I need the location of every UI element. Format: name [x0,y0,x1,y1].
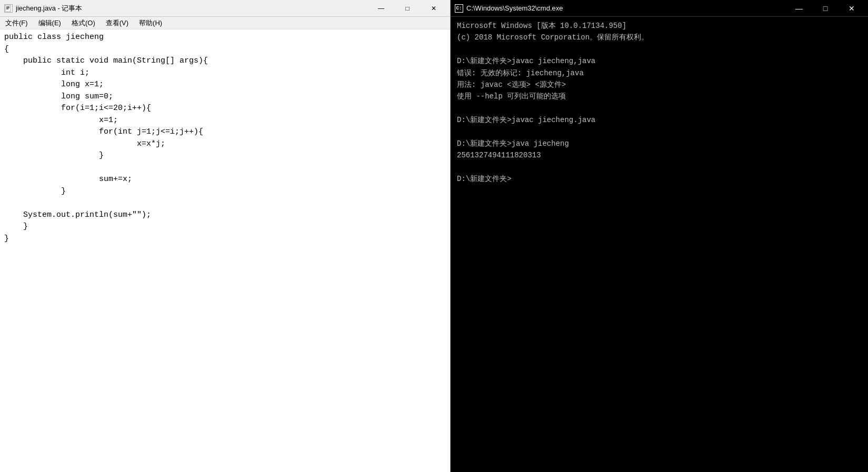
cmd-minimize-button[interactable]: — [787,3,811,14]
cmd-title-text: C:\Windows\System32\cmd.exe [466,4,563,12]
notepad-minimize-button[interactable]: — [369,3,393,14]
notepad-title-text: jiecheng.java - 记事本 [16,4,82,13]
menu-file[interactable]: 文件(F) [0,17,33,29]
menu-help[interactable]: 帮助(H) [134,17,167,29]
cmd-window-controls: — □ ✕ [787,3,864,14]
notepad-window: jiecheng.java - 记事本 — □ ✕ 文件(F) 编辑(E) 格式… [0,0,451,472]
notepad-content-area[interactable]: public class jiecheng { public static vo… [0,29,450,472]
menu-view[interactable]: 查看(V) [101,17,134,29]
svg-rect-0 [5,5,11,12]
notepad-icon [4,4,13,13]
notepad-menubar: 文件(F) 编辑(E) 格式(O) 查看(V) 帮助(H) [0,17,450,29]
notepad-window-controls: — □ ✕ [369,3,446,14]
notepad-close-button[interactable]: ✕ [422,3,446,14]
cmd-titlebar: C: C:\Windows\System32\cmd.exe — □ ✕ [451,0,868,17]
cmd-content-area[interactable]: Microsoft Windows [版本 10.0.17134.950] (c… [451,17,868,472]
cmd-title-left: C: C:\Windows\System32\cmd.exe [455,4,563,13]
notepad-title-left: jiecheng.java - 记事本 [4,4,82,13]
menu-format[interactable]: 格式(O) [66,17,101,29]
cmd-icon: C: [455,4,463,13]
cmd-window: C: C:\Windows\System32\cmd.exe — □ ✕ Mic… [451,0,868,472]
cmd-maximize-button[interactable]: □ [813,3,837,14]
notepad-maximize-button[interactable]: □ [395,3,420,14]
cmd-close-button[interactable]: ✕ [840,3,864,14]
notepad-titlebar: jiecheng.java - 记事本 — □ ✕ [0,0,450,17]
menu-edit[interactable]: 编辑(E) [33,17,66,29]
